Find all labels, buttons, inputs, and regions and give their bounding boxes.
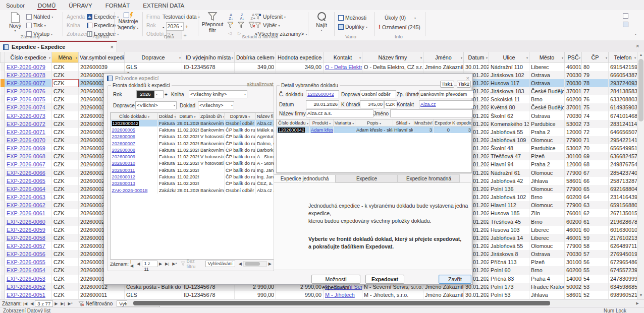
cell-mena[interactable]: CZK [52,79,79,87]
cell-ulice[interactable]: Hlavní 112 [489,201,529,209]
cell-mesto[interactable]: Olomouc [529,201,565,209]
cell-doklad[interactable]: Faktura [158,147,176,153]
close-tab-icon[interactable]: × [111,44,114,50]
row-selector[interactable] [1,258,5,266]
cell-cp[interactable]: 56 [582,258,609,266]
cell-mena[interactable]: CZK [52,193,79,201]
detail-transport-value[interactable]: Osobní odběr [360,90,396,98]
cell-ulice[interactable]: Polní 173 [489,283,529,291]
cell-dopravce[interactable]: GLS [125,63,182,71]
cell-ulice[interactable]: Polní 53 [489,291,529,299]
cislo-link[interactable]: 202600011 [112,168,135,173]
cell-cislo[interactable]: 202600005 [111,127,158,133]
cislo-link[interactable]: 202600007 [112,141,136,146]
cell-mesto[interactable]: Jihlava [529,177,565,185]
queue-scroll-right[interactable]: ▶ [267,262,273,266]
toggle-filter-button[interactable]: Přepnoutfiltr [201,12,224,33]
id-link[interactable]: EXP-2026-0072 [7,121,45,127]
column-header-datum[interactable]: Datum ▾ [464,52,489,63]
id-link[interactable]: EXP-2026-0065 [7,178,45,184]
row-selector[interactable] [1,63,5,71]
cell-ulice[interactable]: Jabloňová 14 [489,234,529,242]
tab-expedice[interactable]: Expedice - Expedice × [0,41,117,52]
cell-psc[interactable]: 46001 [565,63,582,71]
queue-row[interactable]: ZAK-2026-00018Zakázka28.01.2026Bankovním… [111,187,274,194]
cell-idm[interactable]: ID-12345678 [182,291,235,299]
cell-psc[interactable]: 70030 [565,111,582,119]
cell-mena[interactable]: CZK [52,250,79,258]
unfiltered-icon[interactable] [78,301,84,306]
cell-cp[interactable]: 72 [582,128,609,136]
cell-cp[interactable]: 68 [582,160,609,168]
cell-telefon[interactable]: 217610213 [609,234,637,242]
queue-first-record[interactable]: |◀ [129,259,135,268]
cell-mesto[interactable]: Jihlava [529,291,565,299]
cell-mesto[interactable]: Liberec [529,226,565,234]
id-link[interactable]: EXP-2026-0069 [7,145,45,151]
id-link[interactable]: EXP-2026-0070 [7,137,45,143]
cell-ulice[interactable]: Školní 62 [489,111,529,119]
cell-psc[interactable]: 58601 [565,177,582,185]
cell-cislo[interactable]: 202600011 [111,167,158,173]
cell-psc[interactable]: 30100 [565,258,582,266]
column-header-firma[interactable]: Název firmy ▾ [362,52,423,63]
close-dialog-button[interactable]: Zavřít [439,275,471,284]
cell-doprava[interactable]: ČP balík do ruky [225,140,256,147]
cell-zpusob[interactable]: V hotovosti [199,160,225,167]
detail-items-list[interactable]: Číslo dokladu ▾Produkt ▾Varianta ▾Popis … [276,119,472,173]
queue-year-dropdown[interactable]: ▾ [154,90,164,98]
record-position[interactable]: 3 z 77 [35,300,53,307]
cell-mena[interactable]: CZK [52,128,79,136]
id-link[interactable]: EXP-2026-0073 [7,113,45,119]
menu-item-formát[interactable]: FORMÁT [104,2,131,10]
cell-mnozstvi[interactable]: 3 [413,127,434,134]
column-header-kontakt[interactable]: Kontakt ▾ [324,52,362,63]
cell-doprava[interactable]: Osobní odběr [225,187,256,194]
cell-telefon[interactable]: 231416439 [609,193,637,201]
cell-mesto[interactable]: Praha 2 [529,160,565,168]
cell-mena[interactable]: CZK [52,120,79,128]
cell-jmeno[interactable]: Jméno Zákazníka [423,63,464,71]
cell-zpusob[interactable] [199,173,225,180]
queue-search-input[interactable]: Vyhledávání [205,261,235,267]
company-select[interactable]: Testovací data▾ [163,14,200,20]
cell-var[interactable]: 202600039 [79,63,125,71]
cell-id[interactable]: EXP-2026-0065 [5,177,52,185]
menu-item-soubor[interactable]: Soubor [5,2,26,10]
queue-row[interactable]: 202600005Faktura11.02.2026Bankovním přČP… [111,127,274,133]
queue-scroll-left[interactable]: ◀ [237,262,243,266]
cell-doprava[interactable]: ČP balík do ruky [225,180,256,187]
detail-payment-value[interactable]: Bankovním převodem [419,90,473,98]
cell-mesto[interactable]: Brno [529,193,565,201]
cell-ulice[interactable]: Hlavní 94 [489,160,529,168]
horizontal-scrollbar[interactable]: ◀ ▶ [127,300,635,306]
cell-telefon[interactable]: 295422141 [609,136,637,144]
cell-datum[interactable]: 11.02.2026 [176,140,199,147]
cell-mesto[interactable]: Plzeň [529,258,565,266]
id-link[interactable]: EXP-2026-0079 [7,64,45,70]
detail-name-value[interactable] [390,109,472,117]
cell-firma[interactable]: ČEZ, a. s. [256,180,274,187]
prev-record-button[interactable]: ◀ [29,301,35,306]
cell-cislo[interactable]: 202600006 [111,134,158,140]
cell-datum[interactable]: 30.01.2026 [464,291,489,299]
cell-ulice[interactable]: Školní 48 [489,144,529,152]
first-record-button[interactable]: |◀ [22,301,29,306]
cell-doprava[interactable]: ČP balík do ruky [225,153,256,160]
column-header-firma[interactable]: Název fi ▾ [256,113,274,120]
year-minus[interactable]: - [163,24,165,30]
cell-psc[interactable]: 77900 [565,136,582,144]
cell-psc[interactable]: 60200 [565,193,582,201]
cell-id[interactable]: EXP-2026-0057 [5,242,52,250]
cell-cp[interactable]: 53 [582,283,609,291]
cell-mena[interactable]: CZK [52,144,79,152]
cell-ulice[interactable]: Příčná 83 [489,275,529,283]
cell-firma[interactable]: Alza.cz a.s [256,120,274,127]
cell-telefon[interactable]: 601630010 [609,226,637,234]
cell-telefon[interactable]: 692168804 [609,185,637,193]
cell-mena[interactable]: CZK [52,95,79,103]
id-link[interactable]: EXP-2026-0059 [7,227,45,233]
id-link[interactable]: EXP-2026-0054 [7,267,45,273]
cell-ulice[interactable]: Třešňová 45 [489,217,529,225]
cell-kontakt[interactable]: M - Jihotech [324,291,362,299]
